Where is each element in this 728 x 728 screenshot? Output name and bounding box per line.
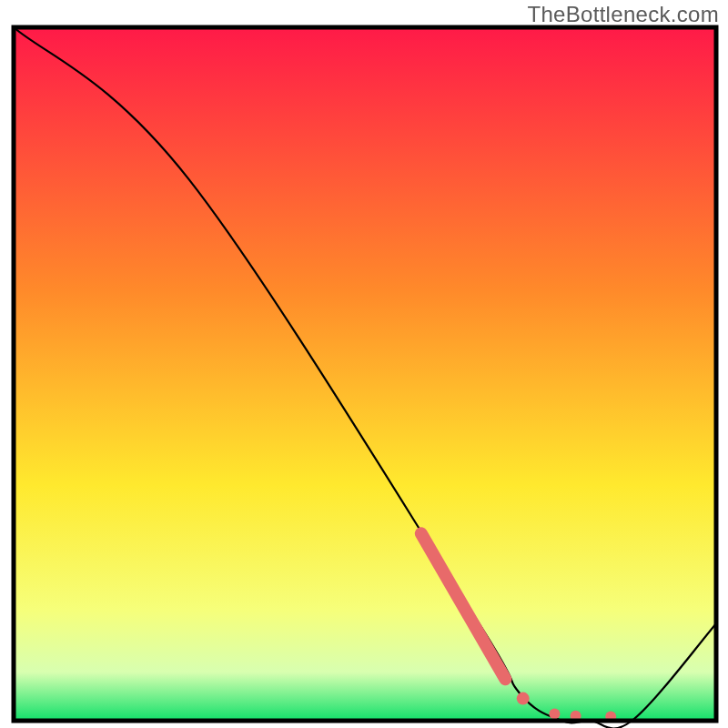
- chart-svg: [0, 0, 728, 728]
- highlight-dot: [549, 708, 560, 719]
- highlight-dot: [517, 693, 530, 705]
- plot-background: [14, 27, 716, 721]
- chart-container: TheBottleneck.com: [0, 0, 728, 728]
- watermark-text: TheBottleneck.com: [527, 2, 719, 27]
